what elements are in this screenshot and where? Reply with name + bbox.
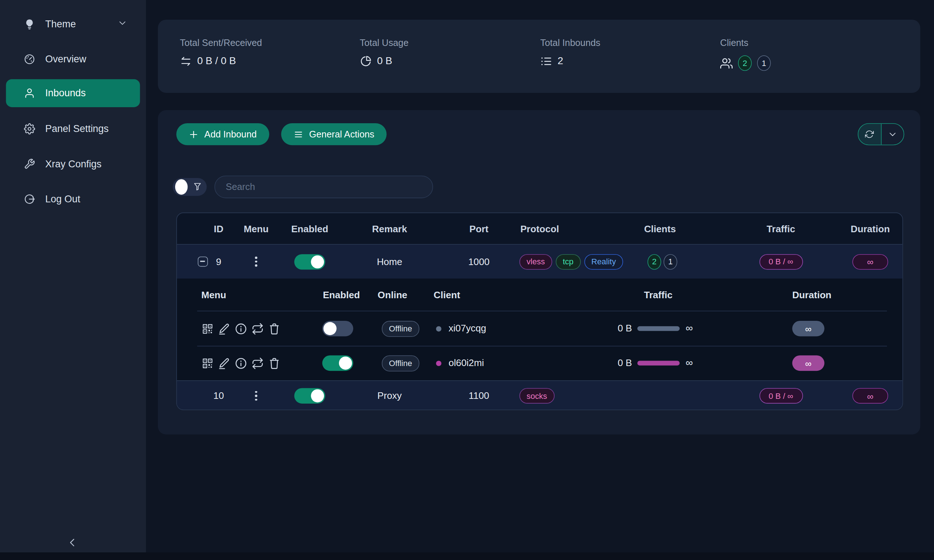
sidebar-collapse-button[interactable] [62, 532, 82, 553]
client-name: ol60i2mi [449, 358, 484, 368]
sidebar-item-xray-configs[interactable]: Xray Configs [0, 153, 146, 175]
online-status-badge: Offline [382, 355, 419, 371]
list-icon [540, 55, 552, 68]
sidebar-item-panel-settings[interactable]: Panel Settings [0, 118, 146, 139]
logout-icon [24, 193, 35, 205]
col-header-remark: Remark [360, 213, 419, 245]
sidebar-item-inbounds[interactable]: Inbounds [6, 79, 140, 107]
client-enabled-toggle[interactable] [322, 355, 353, 371]
clients-count-badge: 2 [647, 254, 661, 269]
client-row-ol60i2mi: Offline ol60i2mi 0 B ∞ ∞ [177, 346, 903, 381]
protocol-badge: vless [519, 254, 552, 269]
stat-value: 2 [558, 55, 563, 68]
edit-icon[interactable] [218, 357, 231, 369]
info-icon[interactable] [234, 322, 247, 335]
col-header-clients: Clients [630, 213, 690, 245]
col-header-enabled: Enabled [286, 213, 334, 245]
stat-label: Total Sent/Received [180, 38, 262, 48]
duration-badge: ∞ [792, 355, 824, 371]
refresh-button[interactable] [858, 124, 882, 145]
col-header-id: ID [207, 213, 231, 245]
row-menu-button[interactable] [255, 391, 257, 401]
table-header-row: ID Menu Enabled Remark Port Protocol Cli… [177, 213, 903, 245]
traffic-limit: ∞ [686, 323, 693, 335]
inbound-port: 1100 [455, 381, 503, 410]
toggle-knob [175, 179, 188, 194]
traffic-used: 0 B [618, 358, 632, 368]
col-header-menu: Menu [238, 213, 274, 245]
traffic-badge: 0 B / ∞ [759, 254, 803, 269]
qr-code-icon[interactable] [201, 357, 214, 369]
search-input[interactable] [214, 176, 433, 198]
filter-toggle[interactable] [173, 178, 207, 196]
stat-total-sent-received: Total Sent/Received 0 B / 0 B [180, 38, 262, 68]
clients-count-badge: 1 [664, 254, 678, 269]
collapse-row-icon[interactable] [197, 257, 208, 267]
reset-icon[interactable] [251, 322, 264, 335]
chevron-down-icon [888, 130, 897, 138]
client-enabled-toggle[interactable] [322, 321, 353, 336]
refresh-options-button[interactable] [882, 124, 904, 145]
menu-icon [294, 129, 303, 139]
inbound-enabled-toggle[interactable] [294, 388, 325, 403]
client-name: xi07ycqg [449, 323, 486, 334]
general-actions-button[interactable]: General Actions [281, 123, 387, 145]
app-window: Theme Overview Inbounds Panel Settings X… [0, 0, 934, 560]
sidebar-item-overview[interactable]: Overview [0, 48, 146, 70]
pie-chart-icon [360, 55, 372, 68]
traffic-used: 0 B [618, 323, 632, 334]
stat-label: Total Usage [360, 38, 408, 48]
sidebar: Theme Overview Inbounds Panel Settings X… [0, 0, 146, 560]
add-inbound-button[interactable]: Add Inbound [176, 123, 269, 145]
clients-deactive-badge: 1 [757, 55, 771, 71]
inbound-remark: Home [360, 245, 419, 278]
subcol-header-online: Online [378, 278, 407, 311]
inbound-id: 9 [207, 245, 231, 278]
stat-value: 0 B [377, 55, 392, 68]
reset-icon[interactable] [251, 357, 264, 369]
protocol-badge: socks [519, 388, 555, 403]
col-header-protocol: Protocol [510, 213, 570, 245]
clients-online-badge: 2 [738, 55, 752, 71]
sidebar-item-label: Panel Settings [45, 123, 109, 134]
subcol-header-traffic: Traffic [644, 278, 672, 311]
inbound-enabled-toggle[interactable] [294, 254, 325, 269]
client-row-xi07ycqg: Offline xi07ycqg 0 B ∞ ∞ [177, 311, 903, 346]
refresh-icon [865, 130, 874, 138]
subcol-header-menu: Menu [201, 278, 226, 311]
funnel-icon [193, 182, 202, 191]
inbound-port: 1000 [455, 245, 503, 278]
qr-code-icon[interactable] [201, 322, 214, 335]
chevron-down-icon[interactable] [118, 18, 126, 29]
wrench-icon [24, 158, 35, 169]
traffic-badge: 0 B / ∞ [759, 388, 803, 403]
inbounds-panel: Add Inbound General Actions ID Menu [158, 110, 920, 435]
stats-card: Total Sent/Received 0 B / 0 B Total Usag… [158, 20, 920, 93]
sidebar-item-label: Log Out [45, 193, 80, 205]
inbound-row-10: 10 Proxy 1100 socks 0 B / ∞ ∞ [177, 380, 903, 410]
client-sub-table: Menu Enabled Online Client Traffic Durat… [177, 278, 903, 380]
dashboard-icon [24, 53, 35, 65]
row-menu-button[interactable] [255, 257, 257, 266]
inbound-row-9: 9 Home 1000 vless tcp Reality [177, 245, 903, 278]
transfer-arrows-icon [180, 55, 192, 68]
subcol-header-duration: Duration [792, 278, 831, 311]
info-icon[interactable] [234, 357, 247, 369]
traffic-progress-bar [637, 326, 680, 331]
gear-icon [24, 123, 35, 134]
window-bottom-edge [0, 552, 934, 560]
sidebar-item-theme[interactable]: Theme [0, 13, 146, 35]
sidebar-item-log-out[interactable]: Log Out [0, 188, 146, 210]
transport-badge: tcp [556, 254, 581, 269]
stat-clients: Clients 2 1 [720, 38, 771, 71]
sidebar-item-label: Xray Configs [45, 158, 102, 169]
stat-total-inbounds: Total Inbounds 2 [540, 38, 601, 68]
refresh-split-button [858, 123, 904, 145]
trash-icon[interactable] [268, 322, 281, 335]
col-header-port: Port [455, 213, 503, 245]
trash-icon[interactable] [268, 357, 281, 369]
online-status-badge: Offline [382, 320, 419, 337]
col-header-duration: Duration [841, 213, 900, 245]
edit-icon[interactable] [218, 322, 231, 335]
client-table-header: Menu Enabled Online Client Traffic Durat… [177, 278, 903, 311]
